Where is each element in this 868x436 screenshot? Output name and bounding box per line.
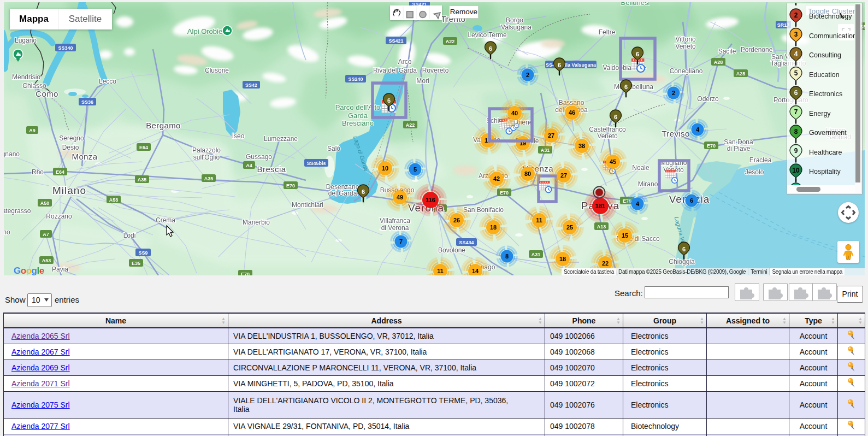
svg-text:46: 46 [569,109,575,116]
svg-text:Education: Education [809,71,840,79]
svg-text:6: 6 [624,84,628,90]
svg-text:8: 8 [794,128,798,135]
svg-text:18: 18 [490,224,497,231]
svg-text:Government: Government [809,129,847,137]
svg-text:45: 45 [610,158,616,165]
svg-text:6: 6 [387,97,391,104]
svg-text:6: 6 [690,197,693,204]
svg-text:14: 14 [472,268,479,274]
svg-text:5: 5 [794,69,798,77]
svg-text:4: 4 [794,50,798,58]
svg-text:116: 116 [426,197,435,203]
svg-text:7: 7 [399,238,403,245]
svg-text:6: 6 [362,188,365,195]
svg-text:Biotechnology: Biotechnology [809,13,852,20]
svg-text:80: 80 [524,170,531,177]
svg-text:Energy: Energy [809,110,831,117]
svg-text:6: 6 [489,45,492,52]
svg-text:11: 11 [536,217,542,223]
svg-text:10: 10 [382,165,388,172]
svg-text:6: 6 [558,62,561,68]
svg-text:6: 6 [636,51,639,57]
svg-text:25: 25 [566,224,573,231]
svg-text:Consulting: Consulting [809,51,841,59]
svg-text:Hospitality: Hospitality [809,168,841,175]
svg-text:26: 26 [453,217,460,223]
svg-text:15: 15 [622,232,628,239]
svg-text:Healthcare: Healthcare [809,149,842,156]
svg-text:42: 42 [493,175,500,182]
svg-text:10: 10 [792,167,800,174]
svg-text:11: 11 [437,268,444,274]
svg-text:6: 6 [682,246,686,252]
svg-text:22: 22 [602,260,609,267]
svg-text:7: 7 [794,108,798,116]
svg-text:8: 8 [505,253,509,260]
svg-text:18: 18 [559,256,566,262]
svg-text:3: 3 [794,31,798,38]
svg-text:2: 2 [526,72,529,78]
svg-text:2: 2 [794,11,798,19]
svg-text:38: 38 [578,143,585,149]
svg-text:2: 2 [672,90,675,96]
svg-text:5: 5 [414,166,417,173]
svg-text:181: 181 [595,203,605,209]
svg-text:40: 40 [511,110,518,116]
svg-text:9: 9 [794,147,798,155]
svg-text:27: 27 [548,132,554,139]
svg-text:4: 4 [636,201,640,207]
svg-text:Communications: Communications [809,32,860,40]
svg-text:6: 6 [794,89,798,97]
svg-text:27: 27 [560,172,567,179]
svg-text:6: 6 [614,114,617,120]
svg-text:4: 4 [696,126,700,133]
svg-text:49: 49 [397,194,403,201]
svg-text:Electronics: Electronics [809,90,842,98]
